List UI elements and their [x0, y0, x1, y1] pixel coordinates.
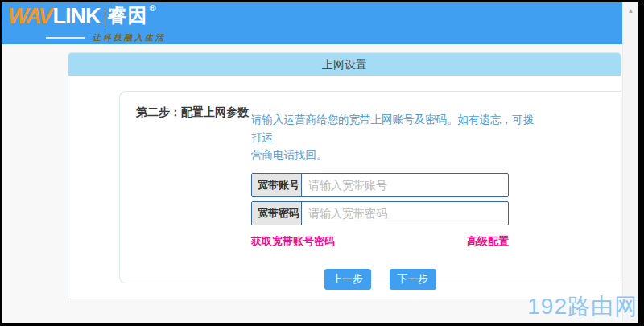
tagline-dash: [46, 37, 85, 39]
broadband-account-field-group: 宽带账号: [251, 173, 509, 197]
internet-setup-panel: 上网设置 第二步：配置上网参数 请输入运营商给您的宽带上网账号及密码。如有遗忘，…: [68, 52, 621, 299]
page-viewport: WAV LINK 睿因 ® 让科技融入生活 ▲ 上网设置 第二步：配置上网参数 …: [2, 2, 638, 323]
buttons-row: 上一步 下一步: [251, 269, 509, 290]
next-step-button[interactable]: 下一步: [390, 269, 436, 290]
broadband-password-label: 宽带密码: [252, 202, 302, 225]
brand-header: WAV LINK 睿因 ® 让科技融入生活: [2, 2, 622, 44]
broadband-account-input[interactable]: [302, 174, 508, 196]
step-label: 第二步：配置上网参数: [136, 105, 249, 120]
wavlink-logo: WAV LINK 睿因 ®: [8, 6, 156, 27]
watermark-192luyou: 192路由网: [527, 291, 638, 322]
advanced-config-link[interactable]: 高级配置: [467, 234, 509, 249]
logo-separator: [105, 7, 105, 27]
broadband-account-label: 宽带账号: [252, 174, 302, 196]
scroll-up-icon[interactable]: ▲: [623, 7, 638, 15]
hint-line-2: 营商电话找回。: [251, 146, 535, 164]
panel-title: 上网设置: [68, 53, 621, 76]
vertical-scrollbar[interactable]: ▲: [622, 2, 638, 323]
brand-tagline: 让科技融入生活: [46, 32, 166, 43]
broadband-password-field-group: 宽带密码: [251, 201, 509, 225]
get-broadband-account-link[interactable]: 获取宽带账号密码: [251, 234, 335, 249]
logo-link-text: LINK: [53, 6, 101, 27]
links-row: 获取宽带账号密码 高级配置: [251, 234, 509, 249]
logo-chinese-text: 睿因: [108, 6, 148, 25]
registered-trademark-icon: ®: [150, 4, 156, 13]
logo-wav-text: WAV: [8, 6, 52, 27]
hint-text: 请输入运营商给您的宽带上网账号及密码。如有遗忘，可拨打运 营商电话找回。: [251, 111, 535, 164]
broadband-password-input[interactable]: [302, 202, 508, 225]
tagline-text: 让科技融入生活: [93, 32, 166, 43]
step-config-box: 第二步：配置上网参数 请输入运营商给您的宽带上网账号及密码。如有遗忘，可拨打运 …: [119, 91, 621, 283]
form-column: 请输入运营商给您的宽带上网账号及密码。如有遗忘，可拨打运 营商电话找回。 宽带账…: [251, 111, 535, 290]
previous-step-button[interactable]: 上一步: [324, 269, 371, 290]
hint-line-1: 请输入运营商给您的宽带上网账号及密码。如有遗忘，可拨打运: [251, 111, 535, 146]
